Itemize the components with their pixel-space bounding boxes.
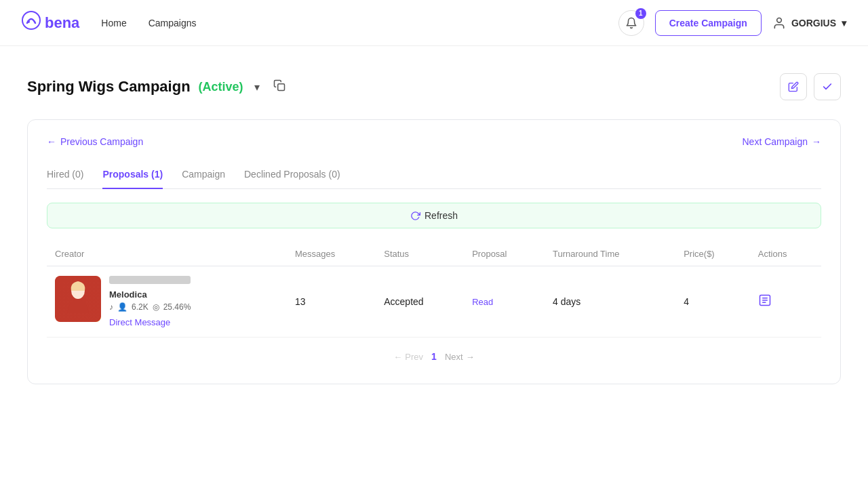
tiktok-icon: ♪ xyxy=(109,302,113,312)
col-messages: Messages xyxy=(287,242,376,266)
header-actions xyxy=(780,73,841,100)
proposal-read-link[interactable]: Read xyxy=(472,297,493,307)
creator-info: Melodica ♪ 👤 6.2K ◎ 25.46% Direct Messag… xyxy=(109,276,191,327)
copy-icon xyxy=(273,79,285,92)
tab-declined-proposals[interactable]: Declined Proposals (0) xyxy=(244,163,340,189)
edit-campaign-button[interactable] xyxy=(780,73,807,100)
prev-arrow-icon: ← xyxy=(393,352,402,362)
user-menu[interactable]: GORGIUS ▾ xyxy=(772,16,846,30)
campaign-header: Spring Wigs Campaign (Active) ▾ xyxy=(27,73,841,100)
nav-campaigns[interactable]: Campaigns xyxy=(149,18,197,28)
navbar: bena Home Campaigns 1 Create Campaign GO… xyxy=(0,0,868,46)
chevron-down-icon: ▾ xyxy=(842,18,846,28)
next-page-button[interactable]: Next → xyxy=(445,352,475,362)
creator-meta: ♪ 👤 6.2K ◎ 25.46% xyxy=(109,302,191,312)
tab-proposals[interactable]: Proposals (1) xyxy=(102,163,163,189)
proposal-cell: Read xyxy=(464,266,545,338)
logo-icon xyxy=(22,11,41,35)
copy-campaign-button[interactable] xyxy=(271,77,288,97)
prev-page-button[interactable]: ← Prev xyxy=(393,352,423,362)
followers-icon: 👤 xyxy=(117,302,127,312)
campaign-tabs: Hired (0) Proposals (1) Campaign Decline… xyxy=(47,163,821,189)
user-icon xyxy=(772,16,786,30)
campaign-dropdown-button[interactable]: ▾ xyxy=(252,78,262,96)
actions-icon[interactable] xyxy=(758,296,772,310)
col-price: Price($) xyxy=(675,242,750,266)
pagination: ← Prev 1 Next → xyxy=(47,338,821,367)
avatar xyxy=(55,276,101,322)
previous-campaign-button[interactable]: ← Previous Campaign xyxy=(47,136,143,147)
refresh-icon xyxy=(410,211,420,221)
tab-campaign[interactable]: Campaign xyxy=(182,163,225,189)
direct-message-link[interactable]: Direct Message xyxy=(109,317,191,327)
followers-count: 6.2K xyxy=(132,302,149,312)
col-creator: Creator xyxy=(47,242,287,266)
arrow-left-icon: ← xyxy=(47,136,56,147)
creator-name-blur-bar xyxy=(109,276,191,284)
tab-hired[interactable]: Hired (0) xyxy=(47,163,83,189)
svg-point-2 xyxy=(777,18,782,22)
table-row: Melodica ♪ 👤 6.2K ◎ 25.46% Direct Messag… xyxy=(47,266,821,338)
logo-text: bena xyxy=(45,14,79,32)
pencil-icon xyxy=(788,81,799,92)
col-actions: Actions xyxy=(750,242,821,266)
next-campaign-button[interactable]: Next Campaign → xyxy=(743,136,822,147)
refresh-label: Refresh xyxy=(425,210,458,221)
col-turnaround: Turnaround Time xyxy=(545,242,675,266)
approve-campaign-button[interactable] xyxy=(814,73,841,100)
actions-cell xyxy=(750,266,821,338)
col-status: Status xyxy=(376,242,464,266)
messages-cell: 13 xyxy=(287,266,376,338)
campaign-title-row: Spring Wigs Campaign (Active) ▾ xyxy=(27,77,288,97)
refresh-bar[interactable]: Refresh xyxy=(47,203,821,228)
creator-cell: Melodica ♪ 👤 6.2K ◎ 25.46% Direct Messag… xyxy=(47,266,287,338)
logo: bena xyxy=(22,11,79,35)
engagement-rate: 25.46% xyxy=(163,302,191,312)
bell-icon xyxy=(625,17,637,29)
notification-badge: 1 xyxy=(635,8,646,19)
create-campaign-button[interactable]: Create Campaign xyxy=(655,10,762,36)
creator-avatar-image xyxy=(55,276,101,322)
nav-left: bena Home Campaigns xyxy=(22,11,197,35)
turnaround-cell: 4 days xyxy=(545,266,675,338)
nav-right: 1 Create Campaign GORGIUS ▾ xyxy=(618,10,846,36)
price-cell: 4 xyxy=(675,266,750,338)
nav-home[interactable]: Home xyxy=(101,18,126,28)
col-proposal: Proposal xyxy=(464,242,545,266)
creator-name: Melodica xyxy=(109,289,191,300)
status-cell: Accepted xyxy=(376,266,464,338)
notifications-button[interactable]: 1 xyxy=(618,10,644,36)
main-content: Spring Wigs Campaign (Active) ▾ xyxy=(0,46,868,384)
next-arrow-icon: → xyxy=(466,352,475,362)
user-name: GORGIUS xyxy=(791,18,836,28)
svg-point-0 xyxy=(22,12,40,29)
current-page: 1 xyxy=(431,351,437,362)
campaign-title: Spring Wigs Campaign xyxy=(27,78,191,96)
campaign-status-badge: (Active) xyxy=(199,80,243,94)
campaign-navigation: ← Previous Campaign Next Campaign → xyxy=(47,136,821,147)
svg-point-1 xyxy=(27,20,30,23)
svg-rect-3 xyxy=(277,84,284,91)
arrow-right-icon: → xyxy=(812,136,821,147)
campaign-card: ← Previous Campaign Next Campaign → Hire… xyxy=(27,119,841,384)
checkmark-icon xyxy=(822,81,833,92)
proposals-table: Creator Messages Status Proposal Turnaro… xyxy=(47,242,821,338)
engagement-icon: ◎ xyxy=(153,302,159,312)
